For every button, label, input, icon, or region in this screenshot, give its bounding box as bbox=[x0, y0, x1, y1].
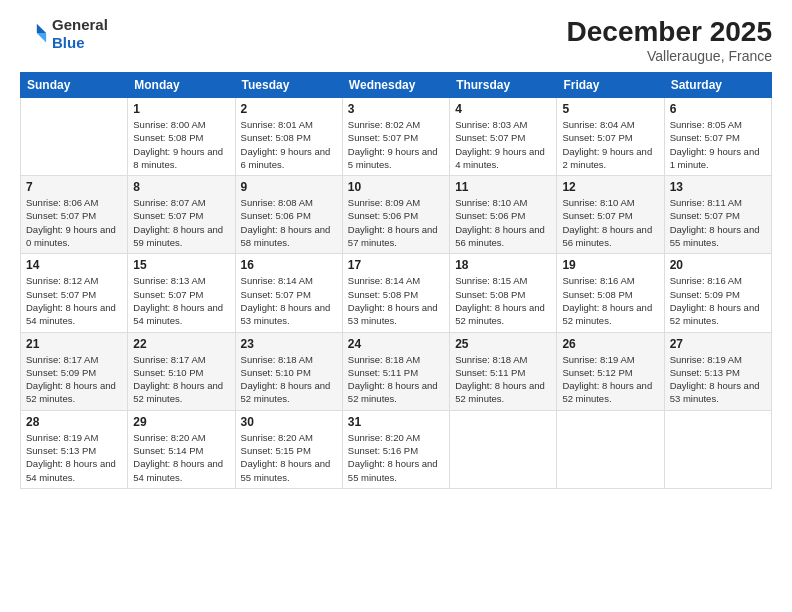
day-number: 18 bbox=[455, 258, 551, 272]
day-info: Sunrise: 8:11 AM Sunset: 5:07 PM Dayligh… bbox=[670, 196, 766, 249]
day-info: Sunrise: 8:16 AM Sunset: 5:08 PM Dayligh… bbox=[562, 274, 658, 327]
day-number: 21 bbox=[26, 337, 122, 351]
calendar-cell bbox=[557, 410, 664, 488]
day-number: 30 bbox=[241, 415, 337, 429]
calendar-cell bbox=[450, 410, 557, 488]
calendar-cell: 29Sunrise: 8:20 AM Sunset: 5:14 PM Dayli… bbox=[128, 410, 235, 488]
day-info: Sunrise: 8:07 AM Sunset: 5:07 PM Dayligh… bbox=[133, 196, 229, 249]
calendar-week-row: 1Sunrise: 8:00 AM Sunset: 5:08 PM Daylig… bbox=[21, 98, 772, 176]
calendar-week-row: 21Sunrise: 8:17 AM Sunset: 5:09 PM Dayli… bbox=[21, 332, 772, 410]
subtitle: Valleraugue, France bbox=[567, 48, 772, 64]
weekday-header: Monday bbox=[128, 73, 235, 98]
main-title: December 2025 bbox=[567, 16, 772, 48]
day-number: 2 bbox=[241, 102, 337, 116]
day-info: Sunrise: 8:20 AM Sunset: 5:16 PM Dayligh… bbox=[348, 431, 444, 484]
day-number: 11 bbox=[455, 180, 551, 194]
day-number: 7 bbox=[26, 180, 122, 194]
day-number: 10 bbox=[348, 180, 444, 194]
day-number: 23 bbox=[241, 337, 337, 351]
calendar-cell: 25Sunrise: 8:18 AM Sunset: 5:11 PM Dayli… bbox=[450, 332, 557, 410]
logo-text: General Blue bbox=[52, 16, 108, 52]
calendar-cell: 16Sunrise: 8:14 AM Sunset: 5:07 PM Dayli… bbox=[235, 254, 342, 332]
weekday-header: Tuesday bbox=[235, 73, 342, 98]
day-number: 3 bbox=[348, 102, 444, 116]
day-number: 19 bbox=[562, 258, 658, 272]
day-number: 9 bbox=[241, 180, 337, 194]
day-info: Sunrise: 8:20 AM Sunset: 5:14 PM Dayligh… bbox=[133, 431, 229, 484]
weekday-header: Wednesday bbox=[342, 73, 449, 98]
day-info: Sunrise: 8:16 AM Sunset: 5:09 PM Dayligh… bbox=[670, 274, 766, 327]
day-info: Sunrise: 8:02 AM Sunset: 5:07 PM Dayligh… bbox=[348, 118, 444, 171]
calendar-cell: 15Sunrise: 8:13 AM Sunset: 5:07 PM Dayli… bbox=[128, 254, 235, 332]
weekday-header: Thursday bbox=[450, 73, 557, 98]
day-info: Sunrise: 8:18 AM Sunset: 5:11 PM Dayligh… bbox=[348, 353, 444, 406]
calendar-cell: 10Sunrise: 8:09 AM Sunset: 5:06 PM Dayli… bbox=[342, 176, 449, 254]
calendar-cell: 8Sunrise: 8:07 AM Sunset: 5:07 PM Daylig… bbox=[128, 176, 235, 254]
day-number: 8 bbox=[133, 180, 229, 194]
calendar-table: SundayMondayTuesdayWednesdayThursdayFrid… bbox=[20, 72, 772, 489]
day-info: Sunrise: 8:19 AM Sunset: 5:12 PM Dayligh… bbox=[562, 353, 658, 406]
day-info: Sunrise: 8:09 AM Sunset: 5:06 PM Dayligh… bbox=[348, 196, 444, 249]
day-number: 22 bbox=[133, 337, 229, 351]
day-info: Sunrise: 8:17 AM Sunset: 5:10 PM Dayligh… bbox=[133, 353, 229, 406]
day-number: 16 bbox=[241, 258, 337, 272]
day-info: Sunrise: 8:14 AM Sunset: 5:08 PM Dayligh… bbox=[348, 274, 444, 327]
logo: General Blue bbox=[20, 16, 108, 52]
calendar-cell: 12Sunrise: 8:10 AM Sunset: 5:07 PM Dayli… bbox=[557, 176, 664, 254]
calendar-week-row: 7Sunrise: 8:06 AM Sunset: 5:07 PM Daylig… bbox=[21, 176, 772, 254]
day-info: Sunrise: 8:15 AM Sunset: 5:08 PM Dayligh… bbox=[455, 274, 551, 327]
day-number: 6 bbox=[670, 102, 766, 116]
svg-marker-0 bbox=[37, 24, 46, 33]
calendar-cell: 5Sunrise: 8:04 AM Sunset: 5:07 PM Daylig… bbox=[557, 98, 664, 176]
calendar-cell: 13Sunrise: 8:11 AM Sunset: 5:07 PM Dayli… bbox=[664, 176, 771, 254]
day-info: Sunrise: 8:05 AM Sunset: 5:07 PM Dayligh… bbox=[670, 118, 766, 171]
calendar-cell: 30Sunrise: 8:20 AM Sunset: 5:15 PM Dayli… bbox=[235, 410, 342, 488]
day-number: 5 bbox=[562, 102, 658, 116]
header: General Blue December 2025 Valleraugue, … bbox=[20, 16, 772, 64]
day-number: 29 bbox=[133, 415, 229, 429]
calendar-header-row: SundayMondayTuesdayWednesdayThursdayFrid… bbox=[21, 73, 772, 98]
calendar-cell: 14Sunrise: 8:12 AM Sunset: 5:07 PM Dayli… bbox=[21, 254, 128, 332]
day-number: 20 bbox=[670, 258, 766, 272]
calendar-cell: 17Sunrise: 8:14 AM Sunset: 5:08 PM Dayli… bbox=[342, 254, 449, 332]
calendar-cell: 26Sunrise: 8:19 AM Sunset: 5:12 PM Dayli… bbox=[557, 332, 664, 410]
day-info: Sunrise: 8:10 AM Sunset: 5:07 PM Dayligh… bbox=[562, 196, 658, 249]
day-number: 15 bbox=[133, 258, 229, 272]
calendar-cell: 31Sunrise: 8:20 AM Sunset: 5:16 PM Dayli… bbox=[342, 410, 449, 488]
day-number: 13 bbox=[670, 180, 766, 194]
day-number: 12 bbox=[562, 180, 658, 194]
calendar-cell: 4Sunrise: 8:03 AM Sunset: 5:07 PM Daylig… bbox=[450, 98, 557, 176]
calendar-cell: 20Sunrise: 8:16 AM Sunset: 5:09 PM Dayli… bbox=[664, 254, 771, 332]
calendar-cell: 11Sunrise: 8:10 AM Sunset: 5:06 PM Dayli… bbox=[450, 176, 557, 254]
calendar-cell: 28Sunrise: 8:19 AM Sunset: 5:13 PM Dayli… bbox=[21, 410, 128, 488]
calendar-cell: 18Sunrise: 8:15 AM Sunset: 5:08 PM Dayli… bbox=[450, 254, 557, 332]
calendar-cell: 3Sunrise: 8:02 AM Sunset: 5:07 PM Daylig… bbox=[342, 98, 449, 176]
calendar-cell: 7Sunrise: 8:06 AM Sunset: 5:07 PM Daylig… bbox=[21, 176, 128, 254]
day-info: Sunrise: 8:00 AM Sunset: 5:08 PM Dayligh… bbox=[133, 118, 229, 171]
svg-marker-1 bbox=[37, 33, 46, 42]
calendar-cell: 2Sunrise: 8:01 AM Sunset: 5:08 PM Daylig… bbox=[235, 98, 342, 176]
day-number: 24 bbox=[348, 337, 444, 351]
weekday-header: Saturday bbox=[664, 73, 771, 98]
day-info: Sunrise: 8:20 AM Sunset: 5:15 PM Dayligh… bbox=[241, 431, 337, 484]
day-info: Sunrise: 8:04 AM Sunset: 5:07 PM Dayligh… bbox=[562, 118, 658, 171]
page: General Blue December 2025 Valleraugue, … bbox=[0, 0, 792, 612]
logo-icon bbox=[20, 20, 48, 48]
calendar-week-row: 14Sunrise: 8:12 AM Sunset: 5:07 PM Dayli… bbox=[21, 254, 772, 332]
day-info: Sunrise: 8:06 AM Sunset: 5:07 PM Dayligh… bbox=[26, 196, 122, 249]
calendar-cell: 21Sunrise: 8:17 AM Sunset: 5:09 PM Dayli… bbox=[21, 332, 128, 410]
calendar-week-row: 28Sunrise: 8:19 AM Sunset: 5:13 PM Dayli… bbox=[21, 410, 772, 488]
weekday-header: Friday bbox=[557, 73, 664, 98]
day-number: 25 bbox=[455, 337, 551, 351]
day-info: Sunrise: 8:14 AM Sunset: 5:07 PM Dayligh… bbox=[241, 274, 337, 327]
calendar-cell: 27Sunrise: 8:19 AM Sunset: 5:13 PM Dayli… bbox=[664, 332, 771, 410]
day-number: 27 bbox=[670, 337, 766, 351]
day-info: Sunrise: 8:12 AM Sunset: 5:07 PM Dayligh… bbox=[26, 274, 122, 327]
day-info: Sunrise: 8:01 AM Sunset: 5:08 PM Dayligh… bbox=[241, 118, 337, 171]
calendar-cell: 23Sunrise: 8:18 AM Sunset: 5:10 PM Dayli… bbox=[235, 332, 342, 410]
calendar-cell bbox=[21, 98, 128, 176]
day-number: 4 bbox=[455, 102, 551, 116]
day-info: Sunrise: 8:10 AM Sunset: 5:06 PM Dayligh… bbox=[455, 196, 551, 249]
day-info: Sunrise: 8:03 AM Sunset: 5:07 PM Dayligh… bbox=[455, 118, 551, 171]
day-info: Sunrise: 8:18 AM Sunset: 5:11 PM Dayligh… bbox=[455, 353, 551, 406]
